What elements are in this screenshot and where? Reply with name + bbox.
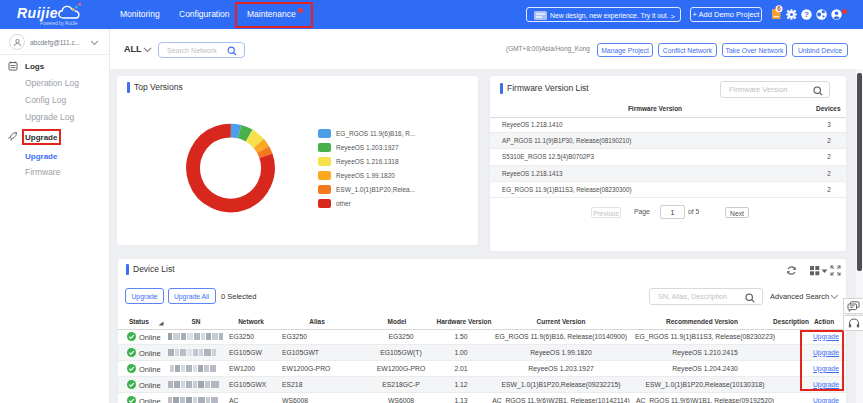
svg-text:?: ? xyxy=(804,10,809,19)
svg-text:6: 6 xyxy=(777,5,781,12)
